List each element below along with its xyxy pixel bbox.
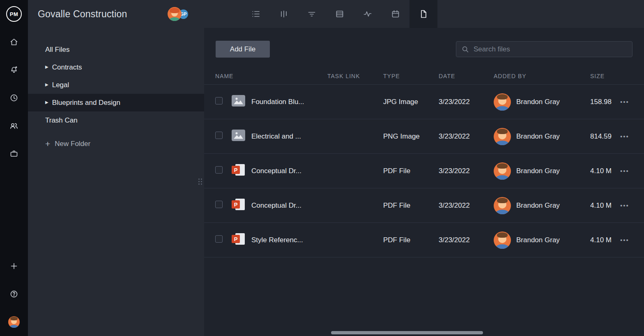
image-file-icon — [232, 95, 245, 107]
added-by-cell: Brandon Gray — [494, 232, 590, 249]
folder-label: Legal — [52, 81, 69, 89]
panel-resize-handle[interactable] — [198, 178, 202, 185]
folder-item-trash-can[interactable]: Trash Can — [28, 111, 204, 129]
added-by-cell: Brandon Gray — [494, 197, 590, 214]
list-view-icon[interactable] — [242, 0, 270, 28]
file-size: 4.10 M — [590, 167, 620, 175]
row-checkbox[interactable] — [215, 166, 223, 174]
notifications-bell-icon[interactable] — [0, 56, 28, 84]
added-by-name: Brandon Gray — [516, 167, 560, 175]
folder-item-blueprints-and-design[interactable]: ▶ Blueprints and Design — [28, 94, 204, 111]
app-root: PM Govalle Construction GP — [0, 0, 644, 336]
added-by-name: Brandon Gray — [516, 98, 560, 106]
added-by-cell: Brandon Gray — [494, 128, 590, 145]
app-logo[interactable]: PM — [6, 6, 22, 22]
added-by-cell: Brandon Gray — [494, 162, 590, 180]
folder-item-contracts[interactable]: ▶ Contracts — [28, 58, 204, 76]
plus-icon: + — [45, 139, 50, 148]
file-type: JPG Image — [383, 98, 439, 106]
column-header-added-by[interactable]: ADDED BY — [494, 73, 590, 79]
added-by-name: Brandon Gray — [516, 236, 560, 244]
nav-rail: PM — [0, 0, 28, 336]
folder-item-legal[interactable]: ▶ Legal — [28, 76, 204, 94]
files-view-icon[interactable] — [409, 0, 437, 28]
file-name[interactable]: Conceptual Dr... — [251, 167, 327, 175]
file-size: 4.10 M — [590, 236, 620, 244]
file-name[interactable]: Conceptual Dr... — [251, 202, 327, 210]
recent-clock-icon[interactable] — [0, 84, 28, 112]
file-name[interactable]: Foundation Blu... — [251, 98, 327, 106]
file-size: 158.98 — [590, 98, 620, 106]
file-name[interactable]: Electrical and ... — [251, 132, 327, 141]
file-date: 3/23/2022 — [439, 98, 494, 106]
activity-view-icon[interactable] — [354, 0, 382, 28]
member-avatars[interactable]: GP — [168, 7, 189, 21]
folder-label: Trash Can — [45, 116, 78, 125]
user-avatar[interactable] — [8, 316, 20, 328]
column-header-task-link[interactable]: TASK LINK — [327, 73, 383, 79]
add-plus-icon[interactable] — [0, 252, 28, 280]
profile-avatar-wrap — [0, 308, 28, 336]
file-date: 3/23/2022 — [439, 236, 494, 244]
table-row[interactable]: Foundation Blu... JPG Image 3/23/2022 Br… — [204, 85, 644, 119]
expand-arrow-icon[interactable]: ▶ — [45, 65, 48, 69]
top-bar: Govalle Construction GP — [28, 0, 644, 28]
row-menu-icon[interactable]: ••• — [620, 167, 629, 174]
added-by-name: Brandon Gray — [516, 202, 560, 210]
added-by-avatar — [494, 93, 511, 111]
sheet-view-icon[interactable] — [326, 0, 354, 28]
file-size: 814.59 — [590, 132, 620, 141]
file-size: 4.10 M — [590, 202, 620, 210]
horizontal-scrollbar[interactable] — [331, 331, 483, 334]
help-icon[interactable] — [0, 280, 28, 308]
calendar-view-icon[interactable] — [382, 0, 409, 28]
portfolio-briefcase-icon[interactable] — [0, 140, 28, 168]
added-by-avatar — [494, 162, 511, 180]
row-checkbox[interactable] — [215, 235, 223, 243]
search-input[interactable] — [474, 45, 627, 53]
row-checkbox[interactable] — [215, 201, 223, 208]
search-icon — [461, 45, 469, 53]
table-row[interactable]: Electrical and ... PNG Image 3/23/2022 B… — [204, 119, 644, 154]
added-by-avatar — [494, 197, 511, 214]
row-menu-icon[interactable]: ••• — [620, 202, 629, 209]
expand-arrow-icon[interactable]: ▶ — [45, 82, 48, 87]
files-toolbar: Add File — [204, 28, 644, 68]
file-name[interactable]: Style Referenc... — [251, 236, 327, 244]
row-menu-icon[interactable]: ••• — [620, 98, 629, 105]
powerpoint-file-icon: P — [232, 233, 245, 245]
file-type: PDF File — [383, 202, 439, 210]
column-header-size[interactable]: SIZE — [590, 73, 620, 79]
table-row[interactable]: P Conceptual Dr... PDF File 3/23/2022 Br… — [204, 188, 644, 223]
filter-view-icon[interactable] — [298, 0, 326, 28]
board-view-icon[interactable] — [270, 0, 298, 28]
folder-label: Blueprints and Design — [52, 99, 120, 107]
page-title: Govalle Construction — [38, 9, 127, 20]
row-checkbox[interactable] — [215, 132, 223, 139]
table-header: NAME TASK LINK TYPE DATE ADDED BY SIZE — [204, 68, 644, 85]
file-date: 3/23/2022 — [439, 202, 494, 210]
file-date: 3/23/2022 — [439, 167, 494, 175]
search-box[interactable] — [456, 41, 632, 57]
table-row[interactable]: P Conceptual Dr... PDF File 3/23/2022 Br… — [204, 154, 644, 188]
image-file-icon — [232, 130, 245, 141]
table-row[interactable]: P Style Referenc... PDF File 3/23/2022 B… — [204, 223, 644, 257]
home-icon[interactable] — [0, 28, 28, 56]
view-tabs — [242, 0, 437, 28]
team-icon[interactable] — [0, 112, 28, 140]
column-header-date[interactable]: DATE — [439, 73, 494, 79]
new-folder-button[interactable]: + New Folder — [28, 135, 204, 153]
file-type: PDF File — [383, 167, 439, 175]
row-checkbox[interactable] — [215, 97, 223, 104]
added-by-avatar — [494, 232, 511, 249]
folder-item-all-files[interactable]: All Files — [28, 41, 204, 58]
add-file-button[interactable]: Add File — [216, 41, 270, 58]
row-menu-icon[interactable]: ••• — [620, 133, 629, 140]
column-header-name[interactable]: NAME — [215, 73, 327, 79]
expand-arrow-icon[interactable]: ▶ — [45, 100, 48, 104]
powerpoint-file-icon: P — [232, 198, 245, 211]
member-avatar[interactable] — [168, 7, 182, 21]
added-by-cell: Brandon Gray — [494, 93, 590, 111]
row-menu-icon[interactable]: ••• — [620, 236, 629, 243]
column-header-type[interactable]: TYPE — [383, 73, 439, 79]
